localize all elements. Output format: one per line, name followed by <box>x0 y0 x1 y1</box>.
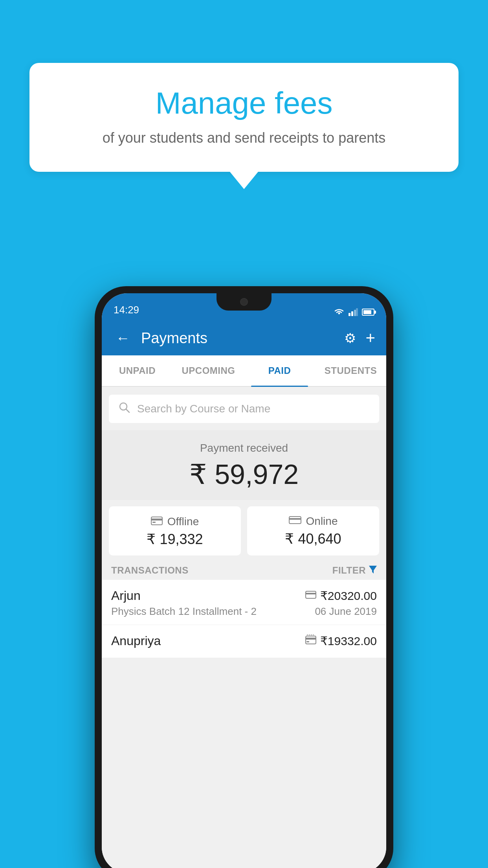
tab-bar: UNPAID UPCOMING PAID STUDENTS <box>102 355 386 387</box>
offline-payment-card: Offline ₹ 19,332 <box>109 506 241 555</box>
offline-icon <box>151 515 163 528</box>
svg-rect-8 <box>152 522 156 523</box>
svg-rect-3 <box>356 308 358 316</box>
header-title: Payments <box>141 330 344 347</box>
filter-icon <box>369 565 377 576</box>
search-icon <box>118 401 130 416</box>
filter-button[interactable]: FILTER <box>332 565 377 576</box>
tab-students[interactable]: STUDENTS <box>315 355 386 386</box>
header-actions: ⚙ + <box>344 329 375 348</box>
svg-rect-2 <box>354 310 356 316</box>
transaction-name: Anupriya <box>111 634 161 648</box>
filter-label: FILTER <box>332 565 366 576</box>
phone-container: 14:29 <box>95 286 393 868</box>
svg-rect-9 <box>289 517 301 524</box>
search-input-placeholder: Search by Course or Name <box>137 403 270 415</box>
transactions-header: TRANSACTIONS FILTER <box>102 555 386 580</box>
online-amount: ₹ 40,640 <box>255 531 371 547</box>
wifi-icon <box>334 308 345 316</box>
offline-type-icon <box>305 634 316 647</box>
transaction-row-2: Physics Batch 12 Installment - 2 06 June… <box>111 605 377 618</box>
svg-marker-11 <box>369 566 377 574</box>
transaction-name: Arjun <box>111 588 141 603</box>
svg-rect-15 <box>306 638 316 640</box>
speech-bubble-subtitle: of your students and send receipts to pa… <box>49 130 439 146</box>
notch-camera <box>240 298 248 306</box>
tab-paid[interactable]: PAID <box>244 355 315 386</box>
offline-card-header: Offline <box>117 515 233 528</box>
transaction-list: Arjun ₹20320.00 <box>102 580 386 658</box>
transaction-row-1: Anupriya ₹193 <box>111 634 377 648</box>
svg-rect-12 <box>306 591 316 598</box>
transaction-course: Physics Batch 12 Installment - 2 <box>111 605 257 618</box>
transaction-amount-row: ₹19332.00 <box>305 634 377 648</box>
transaction-date: 06 June 2019 <box>315 605 377 618</box>
table-row[interactable]: Anupriya ₹193 <box>102 625 386 658</box>
notch <box>216 293 272 311</box>
phone-screen: 14:29 <box>102 293 386 868</box>
offline-label: Offline <box>167 515 199 528</box>
svg-rect-7 <box>151 519 162 520</box>
speech-bubble: Manage fees of your students and send re… <box>29 63 459 172</box>
svg-line-5 <box>126 409 129 412</box>
transaction-amount-row: ₹20320.00 <box>305 589 377 603</box>
speech-bubble-title: Manage fees <box>49 86 439 120</box>
transaction-row-1: Arjun ₹20320.00 <box>111 588 377 603</box>
transaction-amount: ₹20320.00 <box>320 589 377 603</box>
svg-rect-13 <box>306 593 316 594</box>
svg-rect-1 <box>351 311 353 316</box>
svg-rect-10 <box>289 518 301 520</box>
tab-upcoming[interactable]: UPCOMING <box>173 355 244 386</box>
table-row[interactable]: Arjun ₹20320.00 <box>102 580 386 625</box>
signal-icon <box>349 308 358 316</box>
online-payment-card: Online ₹ 40,640 <box>247 506 379 555</box>
status-icons <box>334 308 374 316</box>
phone-shell: 14:29 <box>95 286 393 868</box>
svg-rect-14 <box>306 636 316 644</box>
app-header: ← Payments ⚙ + <box>102 321 386 355</box>
online-icon <box>289 515 301 528</box>
svg-rect-6 <box>151 517 162 525</box>
online-label: Online <box>306 515 338 528</box>
payment-summary: Payment received ₹ 59,972 <box>102 430 386 500</box>
online-type-icon <box>305 590 316 602</box>
main-content: Search by Course or Name Payment receive… <box>102 387 386 868</box>
payment-cards: Offline ₹ 19,332 Online <box>102 506 386 555</box>
online-card-header: Online <box>255 515 371 528</box>
payment-received-label: Payment received <box>110 442 378 454</box>
transaction-amount: ₹19332.00 <box>320 634 377 648</box>
payment-total-amount: ₹ 59,972 <box>110 458 378 491</box>
transactions-label: TRANSACTIONS <box>111 565 189 576</box>
battery-icon <box>362 309 374 316</box>
back-button[interactable]: ← <box>113 327 133 349</box>
status-time: 14:29 <box>114 304 139 316</box>
offline-amount: ₹ 19,332 <box>117 531 233 548</box>
tab-unpaid[interactable]: UNPAID <box>102 355 173 386</box>
search-bar[interactable]: Search by Course or Name <box>109 395 379 423</box>
add-icon[interactable]: + <box>365 329 375 348</box>
svg-rect-16 <box>306 641 309 642</box>
svg-rect-0 <box>349 313 350 316</box>
settings-icon[interactable]: ⚙ <box>344 330 356 346</box>
